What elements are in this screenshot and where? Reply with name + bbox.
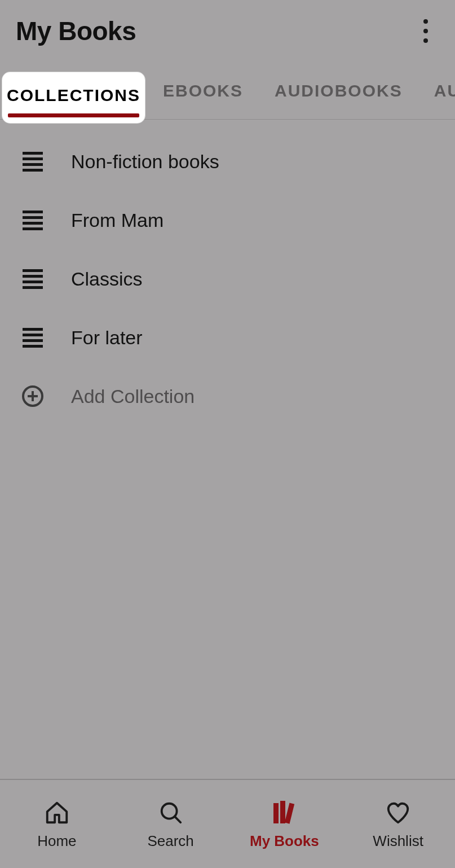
plus-circle-icon [22,385,43,407]
list-icon [23,211,43,230]
collections-list: Non-fiction books From Mam Classics For … [0,120,455,426]
tab-authors[interactable]: AUTHORS [418,62,455,119]
svg-line-1 [174,816,180,822]
more-vertical-icon [423,19,428,43]
books-icon [270,799,298,827]
list-icon [23,269,43,289]
heart-icon [385,799,411,827]
collection-row[interactable]: Classics [0,249,455,308]
nav-my-books[interactable]: My Books [228,780,342,868]
bottom-nav: Home Search My Books Wishlist [0,779,455,868]
collection-label: Non-fiction books [71,151,219,173]
nav-label: Home [37,832,76,850]
collection-label: Classics [71,268,143,290]
svg-rect-3 [280,801,285,823]
home-icon [44,799,70,827]
search-icon [158,799,184,827]
collection-label: For later [71,327,143,349]
add-collection-row[interactable]: Add Collection [0,367,455,426]
collection-label: From Mam [71,209,164,231]
collection-row[interactable]: For later [0,308,455,367]
tab-label: AUDIOBOOKS [275,81,403,100]
svg-rect-4 [285,803,294,823]
collection-row[interactable]: Non-fiction books [0,132,455,191]
tab-collections[interactable]: COLLECTIONS [2,72,145,123]
add-collection-label: Add Collection [71,385,195,407]
header: My Books [0,0,455,62]
nav-label: My Books [250,832,319,850]
svg-rect-2 [273,803,279,823]
page-title: My Books [16,16,136,46]
nav-wishlist[interactable]: Wishlist [341,780,455,868]
list-icon [23,328,43,348]
nav-home[interactable]: Home [0,780,114,868]
nav-label: Wishlist [373,832,423,850]
nav-search[interactable]: Search [114,780,228,868]
collection-row[interactable]: From Mam [0,191,455,249]
more-options-button[interactable] [412,17,439,45]
tabs-bar: COLLECTIONS EBOOKS AUDIOBOOKS AUTHORS [0,62,455,120]
tab-label: COLLECTIONS [7,86,140,105]
tab-ebooks[interactable]: EBOOKS [147,62,259,119]
list-icon [23,152,43,172]
tab-audiobooks[interactable]: AUDIOBOOKS [259,62,418,119]
tab-label: EBOOKS [163,81,243,100]
tab-label: AUTHORS [434,81,455,100]
nav-label: Search [147,832,193,850]
